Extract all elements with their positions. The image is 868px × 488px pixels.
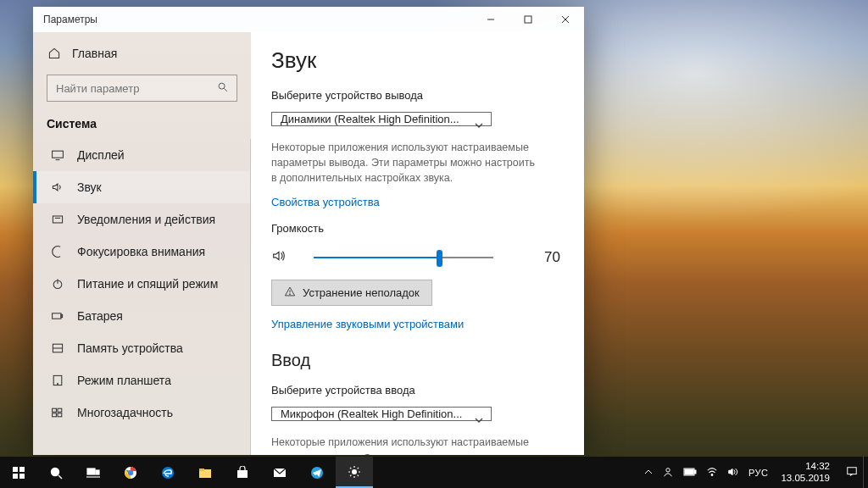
search-input[interactable] — [47, 75, 237, 102]
input-device-select[interactable]: Микрофон (Realtek High Definition... — [271, 407, 492, 421]
sidebar-nav[interactable]: Дисплей Звук Уведомления и действия Фоку… — [33, 139, 251, 455]
sidebar-item-power[interactable]: Питание и спящий режим — [33, 268, 250, 300]
input-device-label: Выберите устройства ввода — [271, 384, 564, 396]
tray-chevron-up-icon[interactable] — [644, 468, 653, 478]
svg-point-28 — [52, 468, 59, 475]
sidebar-item-label: Звук — [77, 180, 102, 194]
svg-rect-38 — [237, 470, 248, 478]
sidebar-item-label: Память устройства — [77, 341, 183, 355]
sidebar-item-notifications[interactable]: Уведомления и действия — [33, 203, 250, 236]
sidebar-item-sound[interactable]: Звук — [33, 171, 250, 203]
task-view-icon[interactable] — [75, 457, 112, 488]
taskbar-app-edge[interactable] — [149, 457, 186, 488]
tray-language[interactable]: РУС — [748, 468, 769, 478]
battery-icon — [50, 308, 65, 324]
sidebar-item-tablet[interactable]: Режим планшета — [33, 364, 250, 396]
maximize-button[interactable] — [509, 7, 547, 32]
svg-rect-19 — [58, 408, 62, 412]
tablet-icon — [50, 373, 65, 388]
taskbar-app-settings[interactable] — [336, 457, 373, 488]
sidebar-item-battery[interactable]: Батарея — [33, 300, 250, 332]
output-device-select[interactable]: Динамики (Realtek High Definition... — [271, 112, 492, 126]
svg-rect-20 — [53, 413, 57, 417]
close-button[interactable] — [547, 7, 584, 32]
svg-rect-45 — [685, 469, 693, 474]
titlebar: Параметры — [33, 7, 584, 32]
troubleshoot-label: Устранение неполадок — [303, 286, 420, 299]
svg-rect-18 — [53, 408, 57, 412]
svg-rect-24 — [13, 467, 18, 472]
home-icon — [47, 46, 62, 61]
show-desktop-button[interactable] — [863, 457, 868, 488]
svg-rect-37 — [199, 469, 204, 471]
window-title: Параметры — [43, 14, 97, 25]
volume-label: Громкость — [271, 222, 564, 235]
sidebar-item-focus[interactable]: Фокусировка внимания — [33, 236, 250, 268]
tray-people-icon[interactable] — [662, 466, 674, 480]
svg-rect-47 — [848, 467, 857, 474]
svg-point-17 — [58, 384, 58, 385]
svg-rect-12 — [53, 313, 61, 319]
sidebar-item-multitasking[interactable]: Многозадачность — [33, 396, 250, 429]
volume-value: 70 — [544, 249, 564, 266]
volume-icon — [271, 248, 287, 266]
tray-time: 14:32 — [805, 461, 830, 472]
manage-devices-link[interactable]: Управление звуковыми устройствами — [271, 318, 564, 330]
input-device-value: Микрофон (Realtek High Definition... — [281, 408, 462, 420]
svg-line-29 — [58, 475, 62, 479]
taskbar-search-icon[interactable] — [37, 457, 75, 488]
minimize-button[interactable] — [472, 7, 509, 32]
svg-rect-44 — [694, 470, 696, 474]
output-device-label: Выберите устройство вывода — [271, 89, 564, 102]
taskbar: РУС 14:32 13.05.2019 — [0, 457, 868, 488]
start-button[interactable] — [0, 457, 37, 488]
svg-rect-26 — [13, 474, 18, 479]
input-description: Некоторые приложения используют настраив… — [271, 435, 542, 455]
tray-wifi-icon[interactable] — [706, 466, 718, 480]
output-description: Некоторые приложения используют настраив… — [271, 140, 542, 186]
svg-rect-25 — [19, 467, 25, 472]
warning-icon — [284, 286, 296, 300]
input-heading: Ввод — [271, 351, 564, 370]
taskbar-app-explorer[interactable] — [186, 457, 224, 488]
multitasking-icon — [50, 405, 65, 420]
troubleshoot-button[interactable]: Устранение неполадок — [271, 280, 432, 306]
power-icon — [50, 276, 65, 291]
svg-rect-1 — [525, 16, 531, 23]
svg-rect-30 — [87, 469, 95, 474]
tray-clock[interactable]: 14:32 13.05.2019 — [777, 461, 837, 483]
search-icon — [217, 81, 229, 97]
main-panel: Звук Выберите устройство вывода Динамики… — [251, 32, 584, 455]
volume-slider[interactable] — [298, 249, 493, 266]
taskbar-app-chrome[interactable] — [112, 457, 149, 488]
sidebar-item-label: Фокусировка внимания — [77, 245, 205, 258]
sidebar-item-label: Многозадачность — [77, 406, 173, 419]
sidebar-item-label: Дисплей — [77, 148, 125, 162]
sidebar-item-label: Питание и спящий режим — [77, 277, 218, 291]
sidebar-item-label: Уведомления и действия — [77, 213, 215, 226]
sidebar-item-display[interactable]: Дисплей — [33, 139, 250, 171]
output-device-value: Динамики (Realtek High Definition... — [281, 113, 459, 125]
sidebar-item-label: Батарея — [77, 309, 123, 323]
taskbar-app-telegram[interactable] — [298, 457, 336, 488]
taskbar-app-store[interactable] — [224, 457, 261, 488]
svg-point-41 — [353, 469, 357, 474]
sidebar-home-label: Главная — [72, 47, 117, 60]
svg-point-46 — [711, 474, 713, 475]
taskbar-app-mail[interactable] — [261, 457, 298, 488]
device-properties-link[interactable]: Свойства устройства — [271, 196, 564, 208]
system-tray: РУС 14:32 13.05.2019 — [639, 457, 863, 488]
notifications-icon — [50, 212, 65, 227]
action-center-icon[interactable] — [846, 466, 858, 480]
tray-volume-icon[interactable] — [727, 466, 739, 480]
svg-line-5 — [224, 88, 227, 92]
sidebar-item-storage[interactable]: Память устройства — [33, 332, 250, 364]
chevron-down-icon — [474, 120, 484, 133]
sidebar-home[interactable]: Главная — [33, 39, 251, 68]
svg-rect-27 — [19, 474, 25, 479]
sidebar-heading: Система — [33, 105, 251, 139]
tray-battery-icon[interactable] — [683, 467, 697, 479]
settings-window: Параметры Главная — [33, 7, 584, 455]
svg-rect-21 — [58, 413, 62, 417]
svg-point-42 — [666, 468, 670, 471]
